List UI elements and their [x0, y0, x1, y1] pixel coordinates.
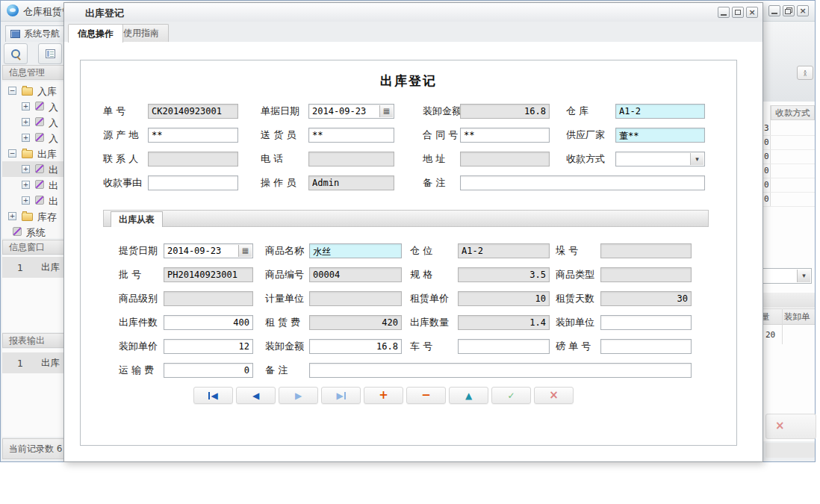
master-supplier-field[interactable]: 董**	[615, 128, 705, 143]
expand-box-icon[interactable]: +	[22, 118, 30, 126]
master-handling-amount-value: 16.8	[464, 106, 546, 116]
background-grid-row: 0	[760, 178, 815, 193]
expand-box-icon[interactable]: +	[22, 181, 30, 189]
delete-button[interactable]: −	[406, 387, 446, 404]
expand-box-icon[interactable]: +	[22, 165, 30, 173]
master-remark-field[interactable]	[460, 175, 705, 190]
search-button[interactable]	[4, 43, 28, 64]
right-toolbar-area	[760, 22, 815, 102]
master-operator-value: Admin	[312, 178, 391, 188]
sub-product-name-field[interactable]: 水丝	[309, 243, 402, 258]
dialog-body: 出库登记 出库从表 ◀◀▶▶+−▲✓× 单 号CK20140923001单据日期…	[64, 42, 762, 461]
master-contract-no-value: **	[464, 130, 546, 140]
wand-icon	[13, 227, 22, 236]
report-output-index: 1	[17, 358, 23, 369]
app-logo-icon	[7, 4, 19, 16]
last-button[interactable]: ▶	[321, 387, 361, 404]
expand-box-icon[interactable]: +	[22, 196, 30, 205]
collapse-box-icon[interactable]: −	[8, 87, 16, 95]
minimize-button[interactable]	[768, 5, 780, 16]
first-button[interactable]: ◀	[193, 387, 233, 404]
form-view-button[interactable]	[38, 43, 62, 64]
sub-bin-label: 仓 位	[410, 243, 432, 258]
background-grid-row: 0	[760, 135, 815, 150]
wand-icon	[35, 180, 44, 189]
dialog-window-buttons: ×	[718, 7, 758, 18]
tab-info-operation[interactable]: 信息操作	[68, 24, 123, 43]
wand-icon	[35, 117, 44, 126]
tab-outbound-detail[interactable]: 出库从表	[111, 211, 163, 227]
sub-freight-field[interactable]: 0	[164, 363, 253, 378]
calendar-icon[interactable]: ▦	[238, 245, 252, 257]
wand-icon	[35, 133, 44, 142]
master-operator-label: 操 作 员	[261, 175, 296, 190]
dialog-maximize-button[interactable]	[732, 7, 744, 18]
master-warehouse-field[interactable]: A1-2	[615, 104, 705, 119]
sub-vehicle-no-field[interactable]	[458, 339, 550, 354]
tree-item-label: 入	[49, 132, 58, 146]
sub-handling-unit-label: 装卸单位	[556, 315, 594, 330]
collapse-box-icon[interactable]: −	[8, 149, 16, 158]
restore-button[interactable]	[783, 5, 795, 16]
master-origin-field[interactable]: **	[148, 128, 238, 143]
sub-batch-no-field: PH20140923001	[164, 267, 253, 282]
master-address-field	[460, 152, 550, 167]
tree-item-label: 库存	[37, 211, 57, 224]
sub-stack-no-field	[600, 243, 692, 258]
sub-pickup-date-field[interactable]: ▦2014-09-23	[164, 243, 253, 258]
edit-button[interactable]: ▲	[449, 387, 488, 404]
maximize-icon	[735, 10, 741, 15]
column-header-payment-method[interactable]: 收款方式	[771, 105, 815, 120]
expand-box-icon[interactable]: +	[8, 212, 16, 220]
sub-handling-unit-field[interactable]	[600, 315, 692, 330]
expand-box-icon[interactable]: +	[22, 102, 30, 111]
master-contract-no-field[interactable]: **	[460, 128, 550, 143]
sub-out-pieces-field[interactable]: 400	[164, 315, 253, 330]
dialog-minimize-button[interactable]	[718, 7, 730, 18]
dialog-titlebar[interactable]: 出库登记 ×	[64, 3, 762, 22]
main-window-buttons: ×	[768, 5, 809, 16]
master-order-date-label: 单据日期	[261, 104, 299, 119]
background-dropdown[interactable]: ▾	[760, 268, 812, 284]
sub-handling-unit-price-field[interactable]: 12	[164, 339, 253, 354]
cell-partial-value: 0	[764, 194, 769, 204]
chevron-down-icon[interactable]: ▾	[690, 153, 703, 165]
tree-item-label: 出	[49, 179, 58, 193]
master-address-label: 地 址	[423, 152, 445, 167]
master-deliverer-field[interactable]: **	[308, 128, 394, 143]
master-payment-reason-field[interactable]	[148, 175, 238, 190]
calendar-icon[interactable]: ▦	[379, 105, 393, 117]
sub-weighbill-no-label: 磅 单 号	[556, 339, 591, 354]
cell-partial-value: 0	[764, 166, 769, 175]
sub-remark-sub-field[interactable]	[309, 363, 692, 378]
sub-rent-fee-label: 租 赁 费	[265, 315, 300, 330]
dialog-close-button[interactable]: ×	[746, 7, 758, 18]
collapse-panel-button[interactable]: ∧ ∧	[797, 66, 813, 80]
monitor-icon	[10, 30, 20, 38]
master-payment-method-field[interactable]: ▾	[615, 152, 705, 167]
master-order-date-field[interactable]: ▦2014-09-23	[308, 104, 394, 119]
tree-item-label: 出	[49, 164, 58, 177]
sub-handling-amount-sub-field[interactable]: 16.8	[309, 339, 402, 354]
prior-button[interactable]: ◀	[236, 387, 276, 404]
sub-handling-amount-sub-value: 16.8	[313, 341, 398, 352]
cancel-button[interactable]: ×	[534, 387, 574, 404]
sub-spec-label: 规 格	[410, 267, 432, 282]
sub-stack-no-label: 垛 号	[556, 243, 578, 258]
master-supplier-label: 供应厂家	[566, 128, 605, 143]
next-button[interactable]: ▶	[279, 387, 318, 404]
sub-pickup-date-value: 2014-09-23	[167, 246, 236, 256]
insert-button[interactable]: +	[364, 387, 403, 404]
expand-box-icon[interactable]: +	[22, 134, 30, 142]
background-grid-row: 0	[760, 149, 815, 164]
background-delete-button[interactable]: ×	[765, 414, 816, 439]
close-button[interactable]: ×	[797, 5, 809, 16]
sub-measure-unit-field	[309, 291, 402, 306]
info-window-index: 1	[17, 262, 23, 273]
post-button[interactable]: ✓	[491, 387, 531, 404]
master-phone-label: 电 话	[261, 152, 283, 167]
sub-weighbill-no-field[interactable]	[600, 339, 692, 354]
chevrons-up-icon: ∧	[803, 73, 807, 76]
sidebar-toolbar	[4, 43, 62, 64]
sub-rent-days-label: 租赁天数	[556, 291, 594, 306]
